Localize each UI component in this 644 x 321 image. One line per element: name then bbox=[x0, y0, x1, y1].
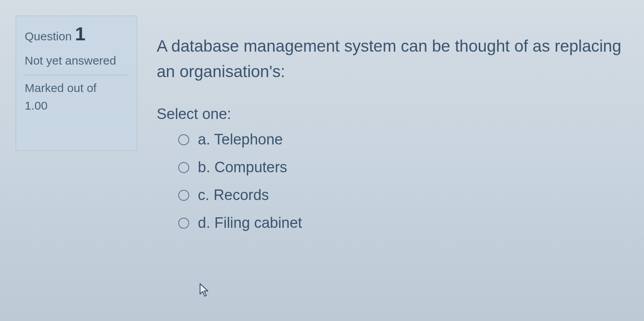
question-content: A database management system can be thou… bbox=[157, 16, 644, 321]
question-label: Question bbox=[25, 30, 72, 43]
option-text: d. Filing cabinet bbox=[198, 215, 302, 231]
question-info-panel: Question 1 Not yet answered Marked out o… bbox=[16, 16, 137, 151]
radio-icon[interactable] bbox=[178, 190, 189, 201]
option-b[interactable]: b. Computers bbox=[178, 159, 636, 176]
marked-out-of-label: Marked out of 1.00 bbox=[25, 79, 128, 114]
question-text: A database management system can be thou… bbox=[157, 33, 636, 84]
option-a[interactable]: a. Telephone bbox=[178, 131, 636, 148]
option-text: b. Computers bbox=[198, 159, 287, 176]
option-d[interactable]: d. Filing cabinet bbox=[178, 215, 636, 231]
option-text: a. Telephone bbox=[198, 131, 283, 148]
marked-value: 1.00 bbox=[25, 99, 47, 112]
question-number: 1 bbox=[75, 23, 86, 44]
question-heading: Question 1 bbox=[25, 23, 128, 45]
options-list: a. Telephone b. Computers c. Records d. … bbox=[178, 131, 636, 231]
question-status: Not yet answered bbox=[25, 52, 128, 69]
radio-icon[interactable] bbox=[178, 134, 189, 145]
radio-icon[interactable] bbox=[178, 218, 189, 229]
radio-icon[interactable] bbox=[178, 162, 189, 173]
info-divider bbox=[25, 75, 128, 75]
option-text: c. Records bbox=[198, 187, 269, 204]
option-c[interactable]: c. Records bbox=[178, 187, 636, 204]
select-one-label: Select one: bbox=[157, 106, 636, 123]
